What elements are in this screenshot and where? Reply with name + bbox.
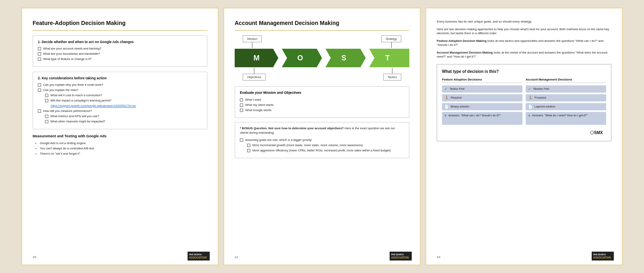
- strategy-label: Strategy: [381, 35, 401, 42]
- bonus-item-indent: More aggressive efficiency (lower CPAs, …: [247, 149, 404, 152]
- bullet-item: There's no "set it and forget it": [40, 152, 207, 155]
- check-item: What are your account needs and backlog?: [38, 47, 202, 50]
- measurement-title: Measurement and Testing with Google Ads: [33, 134, 207, 138]
- check-icon: ✓: [444, 87, 448, 91]
- checkbox[interactable]: [38, 89, 41, 92]
- check-item-indent2: https://support.google.com/google-ads/an…: [51, 104, 202, 108]
- checkbox[interactable]: [38, 47, 41, 50]
- most-m: M: [235, 49, 279, 67]
- col1-header: Feature Adoption Decisions: [442, 78, 522, 83]
- decision-row-3b: 📄 Layered solution: [526, 103, 606, 110]
- page-20: Feature-Adoption Decision Making 1. Deci…: [21, 8, 219, 265]
- section-1-box: 1. Decide whether and when to act on Goo…: [33, 35, 207, 67]
- bullet-list: Google Ads is not a testing engine You c…: [33, 141, 207, 155]
- decision-row-1b: ✓ Mission First: [526, 85, 606, 93]
- decision-row-4b: ? Answers: "What do I need? How do I get…: [526, 112, 606, 125]
- page-19: Every business has its own unique goals,…: [425, 8, 623, 265]
- section-1-header: 1. Decide whether and when to act on Goo…: [38, 40, 202, 44]
- checkbox[interactable]: [38, 52, 41, 56]
- bullet-item: You can't always do a controlled A/B tes…: [40, 147, 207, 150]
- bullet-item: Google Ads is not a testing engine: [40, 141, 207, 145]
- page-number: 20: [33, 255, 36, 259]
- page-logo: PAID SEARCH ASSOCIATION: [390, 252, 412, 261]
- most-diagram: Mission Strategy M O S T Objectives: [235, 35, 409, 81]
- question-icon: ?: [444, 114, 446, 118]
- evaluate-box: Evaluate your Mission and Objectives Wha…: [235, 86, 409, 118]
- most-o: O: [279, 49, 322, 67]
- bonus-box: * BONUS Question. Not sure how to determ…: [235, 122, 409, 158]
- bonus-item-indent: More incremental growth (more leads, mor…: [247, 143, 404, 147]
- check-item: How will you measure performance?: [38, 109, 202, 113]
- checkbox[interactable]: [240, 103, 243, 107]
- bonus-item: Assuming goals are met, which is a bigge…: [240, 138, 404, 142]
- check-item: What are your boundaries and bandwidth?: [38, 52, 202, 56]
- page-21: Account Management Decision Making Missi…: [223, 8, 421, 265]
- decision-row-2a: 🏃 Reactive: [442, 94, 522, 101]
- mission-label: Mission: [243, 35, 262, 42]
- tactics-label: Tactics: [383, 74, 401, 81]
- check-item-indent: What metrics and KPIs will you use?: [45, 114, 202, 118]
- check-item-indent: What other channels might be impacted?: [45, 120, 202, 123]
- col2-header: Account Management Decisions: [526, 78, 606, 83]
- decision-row-1a: ✓ Tactics First: [442, 85, 522, 93]
- vert-connector: [254, 68, 254, 74]
- eval-item: What Google wants: [240, 108, 404, 112]
- checkbox[interactable]: [240, 109, 243, 112]
- check-icon: ✓: [528, 87, 531, 91]
- check-item: Can you explain why you think it could w…: [38, 83, 202, 87]
- doc-icon: 📄: [444, 105, 449, 109]
- decision-col-2: Account Management Decisions ✓ Mission F…: [526, 78, 606, 126]
- decision-row-4a: ? Answers: "What can I do? Should I do i…: [442, 112, 522, 125]
- page-number: 19: [437, 255, 440, 259]
- checkbox[interactable]: [45, 120, 48, 123]
- divider: [33, 30, 207, 31]
- checkbox[interactable]: [240, 98, 243, 101]
- eval-item: What my client wants: [240, 103, 404, 107]
- check-item-indent: What will it cost to reach a conclusion?: [45, 93, 202, 97]
- intro-text-3: Feature-Adoption Decision Making looks a…: [437, 39, 611, 48]
- page-logo: PAID SEARCH ASSOCIATION: [592, 252, 614, 261]
- vert-connector: [392, 68, 392, 74]
- decision-col-1: Feature Adoption Decisions ✓ Tactics Fir…: [442, 78, 522, 126]
- page-21-title: Account Management Decision Making: [235, 20, 409, 26]
- smx-logo: SMX: [442, 130, 606, 136]
- checkbox[interactable]: [45, 99, 48, 102]
- svg-text:PAID SEARCH: PAID SEARCH: [593, 254, 606, 256]
- bonus-heading: * BONUS Question. Not sure how to determ…: [240, 126, 404, 135]
- checkbox[interactable]: [247, 149, 250, 152]
- most-s: S: [322, 49, 366, 67]
- page-20-title: Feature-Adoption Decision Making: [33, 20, 207, 26]
- objectives-label: Objectives: [243, 74, 266, 81]
- page-number: 21: [235, 255, 238, 259]
- decision-table: What type of decision is this? Feature A…: [437, 64, 611, 141]
- decision-row-3a: 📄 Binary solution: [442, 103, 522, 110]
- checkbox[interactable]: [45, 115, 48, 118]
- decision-row-2b: 🏃 Proactive: [526, 94, 606, 101]
- svg-text:ASSOCIATION: ASSOCIATION: [189, 256, 207, 259]
- check-item: What type of feature or change is it?: [38, 57, 202, 61]
- section-2-box: 2. Key considerations before taking acti…: [33, 72, 207, 129]
- evaluate-title: Evaluate your Mission and Objectives: [240, 91, 404, 95]
- decision-cols: Feature Adoption Decisions ✓ Tactics Fir…: [442, 78, 606, 126]
- section-2-header: 2. Key considerations before taking acti…: [38, 76, 202, 80]
- svg-text:PAID SEARCH: PAID SEARCH: [391, 254, 404, 256]
- svg-point-6: [590, 131, 594, 134]
- checkbox[interactable]: [38, 110, 41, 113]
- doc-icon: 📄: [528, 105, 533, 109]
- person-icon: 🏃: [444, 96, 449, 100]
- pages-container: Feature-Adoption Decision Making 1. Deci…: [0, 0, 644, 273]
- checkbox[interactable]: [38, 83, 41, 87]
- eval-item: What I want: [240, 98, 404, 101]
- checkbox[interactable]: [38, 58, 41, 61]
- checkbox[interactable]: [247, 144, 250, 147]
- intro-text-1: Every business has its own unique goals,…: [437, 20, 611, 24]
- check-item-indent: Will this impact a campaign's learning p…: [45, 99, 202, 102]
- divider: [235, 30, 409, 31]
- person-icon: 🏃: [528, 96, 533, 100]
- vert-connector: [252, 42, 252, 48]
- checkbox[interactable]: [45, 94, 48, 97]
- checkbox[interactable]: [240, 139, 243, 142]
- svg-text:PAID SEARCH: PAID SEARCH: [189, 254, 202, 256]
- vert-connector: [391, 42, 392, 48]
- page-logo: PAID SEARCH ASSOCIATION: [188, 252, 210, 261]
